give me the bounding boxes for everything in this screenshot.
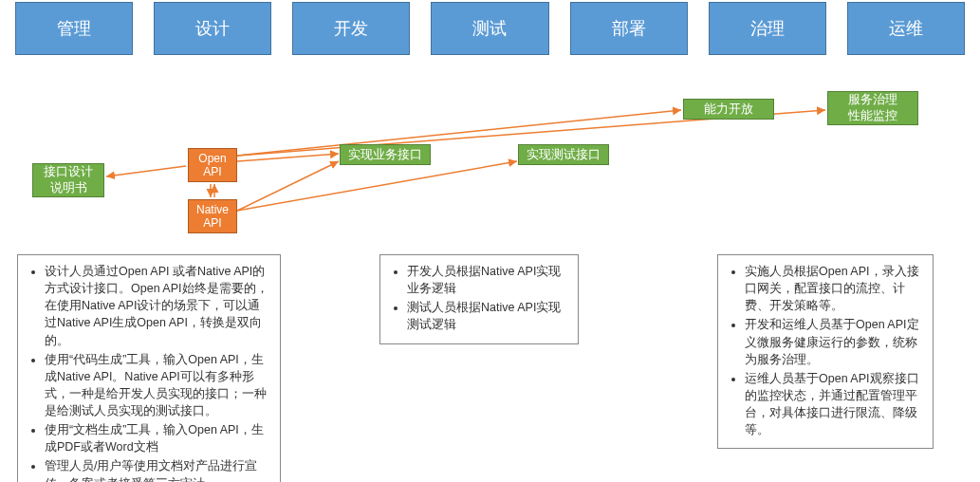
tab-develop: 开发 [292,2,410,55]
svg-line-3 [237,161,517,211]
panel-left-item: 使用“代码生成”工具，输入Open API，生成Native API。Nativ… [45,351,270,420]
panel-left: 设计人员通过Open API 或者Native API的方式设计接口。Open … [17,254,281,482]
panel-right-item: 开发和运维人员基于Open API定义微服务健康运行的参数，统称为服务治理。 [745,316,923,367]
box-open-api: Open API [188,148,237,182]
svg-line-0 [106,166,186,176]
box-capability: 能力开放 [683,99,774,120]
box-native-api: Native API [188,199,237,233]
svg-line-4 [237,110,681,156]
tab-manage: 管理 [15,2,133,55]
tab-deploy: 部署 [570,2,688,55]
panel-right-item: 运维人员基于Open API观察接口的监控状态，并通过配置管理平台，对具体接口进… [745,370,923,439]
tab-govern: 治理 [709,2,826,55]
phase-tabs: 管理 设计 开发 测试 部署 治理 运维 [0,2,980,55]
panel-left-item: 设计人员通过Open API 或者Native API的方式设计接口。Open … [45,263,270,349]
panel-left-item: 管理人员/用户等使用文档对产品进行宣传、备案或者接受第三方审计 [45,457,270,482]
box-governance: 服务治理 性能监控 [827,91,918,125]
box-test-api: 实现测试接口 [518,144,609,165]
box-design-doc: 接口设计 说明书 [32,163,104,197]
panel-mid-item: 开发人员根据Native API实现业务逻辑 [407,263,568,297]
panel-left-item: 使用“文档生成”工具，输入Open API，生成PDF或者Word文档 [45,421,270,455]
panel-right: 实施人员根据Open API，录入接口网关，配置接口的流控、计费、开发策略等。 … [717,254,934,449]
tab-test: 测试 [431,2,548,55]
tab-design: 设计 [154,2,271,55]
panel-right-item: 实施人员根据Open API，录入接口网关，配置接口的流控、计费、开发策略等。 [745,263,923,314]
svg-line-2 [237,161,339,211]
svg-line-1 [237,154,339,161]
panel-mid-item: 测试人员根据Native API实现测试逻辑 [407,299,568,333]
box-biz-api: 实现业务接口 [340,144,431,165]
panel-mid: 开发人员根据Native API实现业务逻辑 测试人员根据Native API实… [379,254,579,344]
tab-ops: 运维 [847,2,965,55]
